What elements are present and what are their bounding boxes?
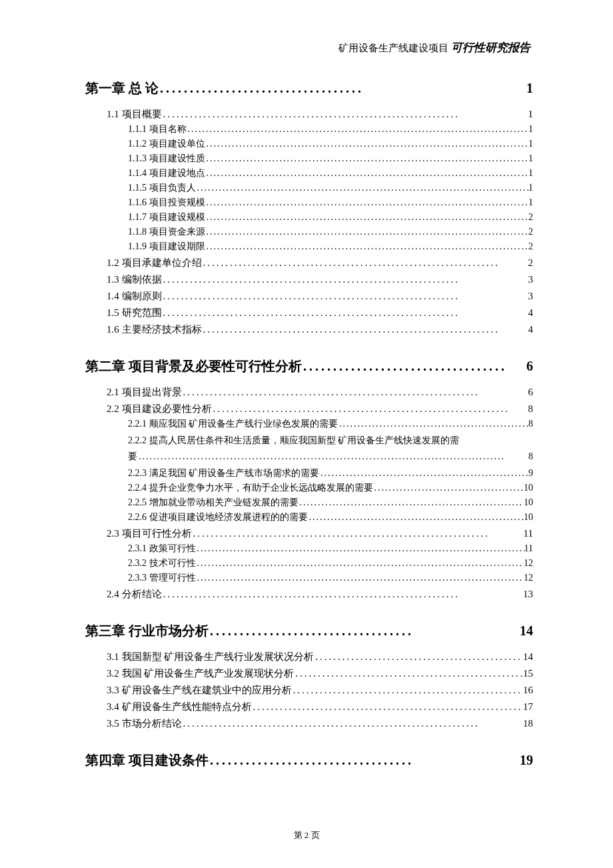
toc-label: 第一章 总 论 [85,79,159,97]
toc-page-number: 3 [528,291,534,302]
toc-label: 1.1.9 项目建设期限 [128,241,205,253]
toc-leader-dots: ........................................… [319,468,528,479]
toc-entry: 第三章 行业市场分析..............................… [85,622,533,640]
toc-leader-dots: ........................................… [212,403,528,415]
toc-leader-dots: ........................................… [187,124,529,135]
toc-label: 1.1.5 项目负责人 [128,182,196,194]
page-header: 矿用设备生产线建设项目 可行性研究报告 [85,40,533,55]
toc-label: 第四章 项目建设条件 [85,751,209,769]
toc-entry: 1.4 编制原则................................… [107,290,533,303]
toc-page-number: 10 [524,512,533,523]
toc-label: 2.3.3 管理可行性 [128,572,196,584]
toc-label: 1.6 主要经济技术指标 [107,323,202,336]
toc-label: 1.1.3 项目建设性质 [128,153,205,165]
toc-leader-dots: ........................................… [205,153,529,164]
header-project: 矿用设备生产线建设项目 [338,43,448,53]
toc-leader-dots: .................................. [209,623,520,639]
toc-label: 2.3 项目可行性分析 [107,527,192,540]
toc-leader-dots: ........................................… [314,651,523,663]
toc-leader-dots: ........................................… [205,168,529,179]
toc-entry: 1.1.8 项目资金来源............................… [128,226,533,238]
toc-page-number: 13 [523,589,533,600]
toc-entry: 1.1.3 项目建设性质............................… [128,153,533,165]
toc-entry: 3.3 矿用设备生产线在建筑业中的应用分析...................… [107,684,533,697]
toc-page-number: 1 [528,139,533,149]
toc-entry: 第四章 项目建设条件..............................… [85,751,533,769]
toc-leader-dots: ........................................… [192,528,524,539]
toc-page-number: 8 [528,419,533,429]
toc-leader-dots: ........................................… [196,543,524,554]
toc-page-number: 1 [526,81,533,96]
toc-leader-dots: ........................................… [162,589,524,600]
document-page: 矿用设备生产线建设项目 可行性研究报告 第一章 总 论.............… [0,0,613,807]
toc-label: 2.2.2 提高人民居住条件和生活质量，顺应我国新型 矿用设备生产线快速发展的需 [128,433,533,449]
toc-label: 1.1.2 项目建设单位 [128,138,205,150]
toc-label: 3.5 市场分析结论 [107,717,182,730]
toc-label: 2.2.5 增加就业带动相关产业链发展的需要 [128,497,299,509]
toc-page-number: 2 [528,257,534,269]
toc-label: 3.2 我国 矿用设备生产线产业发展现状分析 [107,667,294,680]
toc-page-number: 17 [523,701,533,713]
toc-entry: 2.2 项目建设必要性分析...........................… [107,403,533,415]
toc-leader-dots: ........................................… [252,701,524,713]
toc-entry: 1.1.9 项目建设期限............................… [128,241,533,253]
toc-entry: 2.2.6 促进项目建设地经济发展进程的的需要.................… [128,511,533,523]
toc-entry: 第一章 总 论.................................… [85,79,533,97]
toc-label: 1.5 研究范围 [107,307,162,319]
toc-label: 3.1 我国新型 矿用设备生产线行业发展状况分析 [107,651,314,663]
toc-page-number: 4 [528,324,534,335]
toc-entry: 1.1.5 项目负责人.............................… [128,182,533,194]
header-title: 可行性研究报告 [451,41,530,54]
toc-page-number: 3 [528,274,534,285]
toc-label: 2.2.3 满足我国 矿用设备生产线市场需求的需要 [128,467,319,479]
toc-entry: 2.2.5 增加就业带动相关产业链发展的需要..................… [128,497,533,509]
toc-leader-dots: ........................................… [182,387,528,398]
toc-page-number: 12 [524,573,533,583]
toc-leader-dots: ........................................… [202,324,528,335]
toc-entry: 1.1.6 项目投资规模............................… [128,197,533,209]
toc-entry: 1.5 研究范围................................… [107,307,533,319]
toc-label: 1.1.1 项目名称 [128,123,187,135]
page-footer: 第 2 页 [0,829,613,841]
toc-label: 1.2 项目承建单位介绍 [107,257,202,269]
toc-leader-dots: ........................................… [205,241,529,252]
toc-label: 第二章 项目背景及必要性可行性分析 [85,357,302,375]
toc-leader-dots: .................................. [302,359,526,374]
toc-leader-dots: ........................................… [137,449,528,465]
toc-leader-dots: ........................................… [182,718,524,729]
toc-page-number: 8 [528,403,534,415]
toc-page-number: 6 [526,359,533,374]
toc-entry: 1.6 主要经济技术指标............................… [107,323,533,336]
toc-page-number: 1 [528,109,534,120]
toc-page-number: 10 [524,483,533,493]
toc-leader-dots: ........................................… [196,573,524,583]
toc-page-number: 2 [528,241,533,252]
toc-page-number: 9 [528,468,533,479]
toc-label: 1.1.8 项目资金来源 [128,226,205,238]
toc-label: 1.1.6 项目投资规模 [128,197,205,209]
toc-leader-dots: ........................................… [205,139,529,149]
toc-entry: 3.4 矿用设备生产线性能特点分析.......................… [107,701,533,713]
toc-page-number: 11 [524,528,533,539]
toc-label: 2.3.2 技术可行性 [128,557,196,569]
toc-label: 1.1 项目概要 [107,108,162,121]
toc-label: 第三章 行业市场分析 [85,622,209,640]
toc-label: 2.1 项目提出背景 [107,386,182,399]
toc-leader-dots: ........................................… [294,668,523,679]
toc-page-number: 14 [523,651,533,663]
toc-entry: 1.1.4 项目建设地点............................… [128,167,533,179]
toc-label: 1.4 编制原则 [107,290,162,303]
toc-leader-dots: .................................. [209,753,520,768]
toc-page-number: 19 [520,753,533,768]
table-of-contents: 第一章 总 论.................................… [85,79,533,769]
toc-leader-dots: ........................................… [205,197,529,208]
toc-page-number: 14 [520,623,533,639]
toc-label: 2.2.1 顺应我国 矿用设备生产线行业绿色发展的需要 [128,418,338,430]
toc-page-number: 8 [528,449,533,465]
toc-entry: 2.3 项目可行性分析.............................… [107,527,533,540]
toc-page-number: 10 [524,497,533,508]
toc-entry: 2.2.1 顺应我国 矿用设备生产线行业绿色发展的需要.............… [128,418,533,430]
toc-entry: 第二章 项目背景及必要性可行性分析.......................… [85,357,533,375]
toc-label: 2.2.6 促进项目建设地经济发展进程的的需要 [128,511,308,523]
toc-entry: 1.1.2 项目建设单位............................… [128,138,533,150]
